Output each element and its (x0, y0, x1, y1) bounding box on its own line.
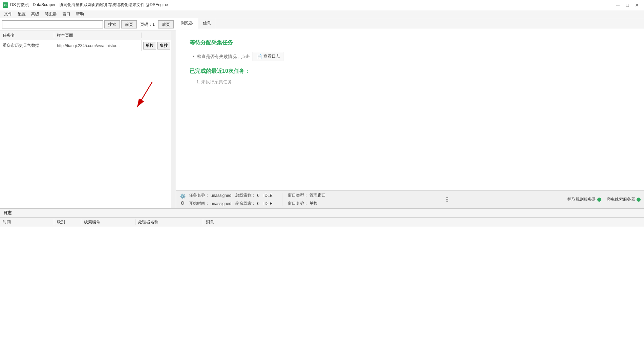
title-bar-left: G DS 打数机 - DataScraper - 协同化海量抓取网页内容并存成结… (3, 2, 168, 8)
col-header-sample-page: 样本页面 (54, 33, 142, 38)
search-input[interactable] (2, 20, 103, 28)
window-name-label: 窗口名称： (288, 201, 308, 206)
menu-bar: 文件 配置 高级 爬虫群 窗口 帮助 (0, 10, 644, 18)
col-header-task-name: 任务名 (0, 33, 54, 38)
scroll-indicator[interactable] (446, 197, 448, 202)
page-number: 页码：1 (138, 22, 157, 27)
table-body: 重庆市历史天气数据 http://tianqi.2345.com/wea_his… (0, 40, 176, 208)
remain-threads-label: 剩余线索： (235, 201, 256, 206)
completed-title: 已完成的最近10次任务： (190, 68, 630, 75)
status-icon-task: ⚙️ (179, 193, 186, 199)
start-time-value: unassigned (211, 201, 231, 206)
minimize-button[interactable]: ─ (614, 2, 622, 8)
maximize-button[interactable]: □ (623, 2, 632, 8)
menu-item-crawlergroup[interactable]: 爬虫群 (42, 11, 60, 18)
tab-browser[interactable]: 浏览器 (176, 18, 198, 29)
crawler-server-status: 爬虫线索服务器 (607, 197, 641, 202)
log-col-header-message: 消息 (203, 219, 644, 225)
cluster-search-button[interactable]: 集搜 (157, 42, 170, 49)
menu-item-advanced[interactable]: 高级 (28, 11, 42, 18)
remain-threads-value: 0 (257, 201, 259, 206)
scraper-server-label: 抓取规则服务器 (567, 197, 596, 202)
browser-content: 等待分配采集任务 • 检查是否有失败情况，点击 📄 查看日志 已完成的最近10次… (176, 29, 644, 190)
log-table: 时间 级别 线索编号 处理器名称 消息 (0, 218, 644, 346)
top-section: 搜索 前页 页码：1 后页 任务名 样本页面 重庆市历史天气数据 http://… (0, 18, 644, 208)
status-row-window-name: 窗口名称： 单搜 (288, 200, 330, 207)
menu-item-window[interactable]: 窗口 (60, 11, 73, 18)
status-section-task: 任务名称： unassigned 总线索数： 0 IDLE 开始时间： unas… (189, 192, 277, 207)
app-icon: G (3, 2, 8, 8)
status-row-task: 任务名称： unassigned 总线索数： 0 IDLE (189, 192, 277, 199)
status-row-time: 开始时间： unassigned 剩余线索： 0 IDLE (189, 200, 277, 207)
status-icon-time: ⚙ (179, 200, 186, 206)
sample-url-cell: http://tianqi.2345.com/wea_histor... (54, 40, 142, 51)
log-col-header-processor: 处理器名称 (135, 219, 203, 225)
total-threads-value: 0 (257, 193, 259, 198)
view-log-button[interactable]: 📄 查看日志 (253, 52, 283, 61)
log-col-header-time: 时间 (0, 219, 54, 225)
crawler-server-indicator (637, 198, 641, 202)
action-buttons: 单搜 集搜 (142, 42, 176, 49)
scroll-dot-1 (446, 197, 448, 198)
table-header: 任务名 样本页面 (0, 31, 176, 40)
menu-item-file[interactable]: 文件 (1, 11, 15, 18)
right-panel: 浏览器 信息 等待分配采集任务 • 检查是否有失败情况，点击 📄 查看日志 已完… (176, 18, 644, 208)
title-bar: G DS 打数机 - DataScraper - 协同化海量抓取网页内容并存成结… (0, 0, 644, 10)
next-page-button[interactable]: 后页 (158, 20, 174, 28)
close-button[interactable]: ✕ (632, 2, 641, 8)
scroll-dot-2 (446, 199, 448, 200)
table-scrollbar[interactable] (171, 31, 176, 208)
status-divider-1 (282, 193, 282, 206)
task-name-label: 任务名称： (189, 192, 209, 198)
scroll-dot-3 (446, 201, 448, 202)
log-btn-label: 查看日志 (263, 54, 280, 59)
window-type-value: 管理窗口 (309, 192, 326, 198)
no-task-text: 1. 未执行采集任务 (196, 79, 630, 85)
total-threads-label: 总线索数： (235, 192, 256, 198)
menu-item-config[interactable]: 配置 (15, 11, 28, 18)
log-col-header-thread: 线索编号 (81, 219, 135, 225)
browser-tabs: 浏览器 信息 (176, 18, 644, 29)
idle-label-1: IDLE (263, 193, 273, 198)
status-row-window-type: 窗口类型： 管理窗口 (288, 192, 330, 199)
log-col-header-level: 级别 (54, 219, 81, 225)
scraper-server-indicator (597, 198, 601, 202)
prev-page-button[interactable]: 前页 (121, 20, 137, 28)
log-icon: 📄 (256, 54, 262, 59)
window-controls: ─ □ ✕ (614, 2, 641, 8)
table-row: 重庆市历史天气数据 http://tianqi.2345.com/wea_his… (0, 40, 176, 51)
task-name-value: unassigned (211, 193, 231, 198)
status-bar: ⚙️ ⚙ 任务名称： unassigned 总线索数： 0 IDLE 开始时间：… (176, 190, 644, 208)
crawler-server-label: 爬虫线索服务器 (607, 197, 635, 202)
main-container: 搜索 前页 页码：1 后页 任务名 样本页面 重庆市历史天气数据 http://… (0, 18, 644, 346)
scraper-server-status: 抓取规则服务器 (567, 197, 601, 202)
log-header: 日志 (0, 209, 644, 218)
task-table: 任务名 样本页面 重庆市历史天气数据 http://tianqi.2345.co… (0, 31, 176, 208)
idle-label-2: IDLE (263, 201, 273, 206)
log-table-body (0, 227, 644, 346)
bullet-point: • (193, 54, 194, 59)
status-right: 抓取规则服务器 爬虫线索服务器 (567, 197, 641, 202)
menu-item-help[interactable]: 帮助 (73, 11, 87, 18)
app-title: DS 打数机 - DataScraper - 协同化海量抓取网页内容并存成结构化… (10, 2, 168, 8)
window-type-label: 窗口类型： (288, 192, 308, 198)
start-time-label: 开始时间： (189, 201, 209, 206)
tab-info[interactable]: 信息 (198, 18, 216, 29)
task-name-cell: 重庆市历史天气数据 (0, 40, 54, 51)
bottom-section: 日志 时间 级别 线索编号 处理器名称 消息 (0, 208, 644, 346)
search-button[interactable]: 搜索 (104, 20, 120, 28)
single-search-button[interactable]: 单搜 (143, 42, 156, 49)
check-text: 检查是否有失败情况，点击 (197, 54, 250, 60)
search-bar: 搜索 前页 页码：1 后页 (0, 18, 176, 31)
status-section-window: 窗口类型： 管理窗口 窗口名称： 单搜 (288, 192, 330, 207)
waiting-title: 等待分配采集任务 (190, 39, 630, 46)
log-table-header: 时间 级别 线索编号 处理器名称 消息 (0, 218, 644, 227)
left-panel: 搜索 前页 页码：1 后页 任务名 样本页面 重庆市历史天气数据 http://… (0, 18, 176, 208)
check-row: • 检查是否有失败情况，点击 📄 查看日志 (190, 52, 630, 61)
window-name-value: 单搜 (309, 201, 318, 206)
